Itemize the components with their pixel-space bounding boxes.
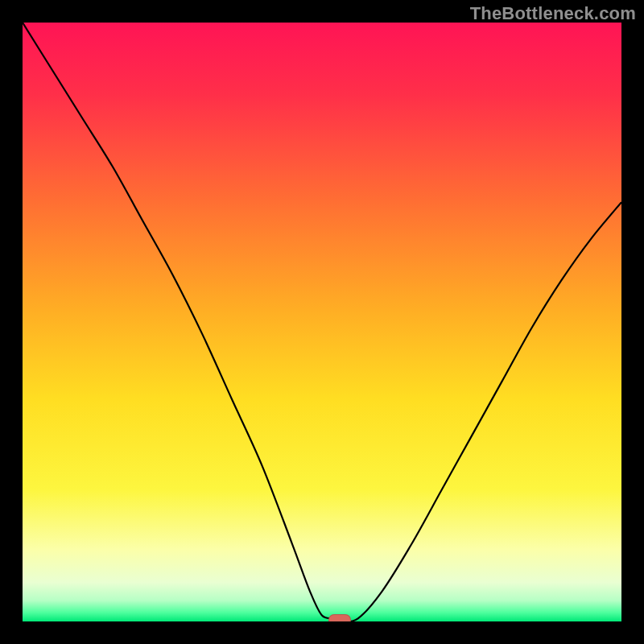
optimal-marker (328, 614, 351, 621)
watermark-text: TheBottleneck.com (470, 3, 636, 24)
bottleneck-curve (23, 23, 621, 621)
plot-area (23, 23, 621, 621)
outer-frame: TheBottleneck.com (0, 0, 644, 644)
